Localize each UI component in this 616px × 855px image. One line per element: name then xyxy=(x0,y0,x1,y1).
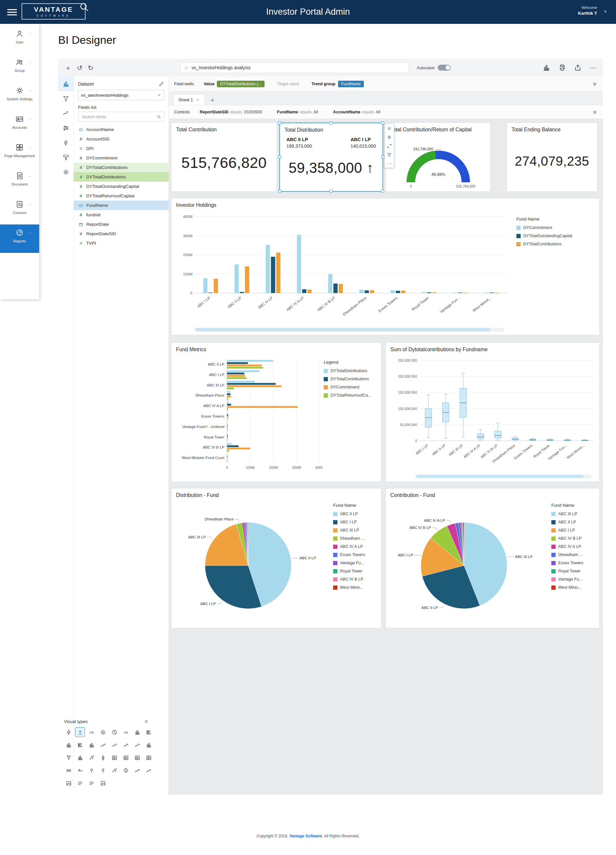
sheet-menu-icon[interactable] xyxy=(196,98,200,102)
legend-item-abc-iv-a-lp[interactable]: ABC IV A LP xyxy=(333,544,377,549)
rail-parameters-icon[interactable] xyxy=(58,121,74,135)
add-icon[interactable]: ＋ xyxy=(65,64,72,71)
control-accountname[interactable]: AccountNameequalsAll xyxy=(333,110,380,114)
legend-item-royal-tower[interactable]: Royal Tower xyxy=(551,569,595,573)
control-fundname[interactable]: FundNameequalsAll xyxy=(277,110,318,114)
visual-type-stacked-area[interactable] xyxy=(132,740,142,750)
visual-type-funnel[interactable] xyxy=(64,753,74,763)
legend-item-dytotaldistributions[interactable]: DYTotalDistributions xyxy=(324,369,376,373)
legend-item-abc-i-lp[interactable]: ABC I LP xyxy=(333,520,377,524)
sidebar-item-group[interactable]: Group xyxy=(0,54,39,82)
legend-item-dytotalreturnsofca-[interactable]: DYTotalReturnsofCa... xyxy=(324,393,376,398)
user-menu-caret-icon[interactable]: ∨ xyxy=(604,9,607,14)
visual-distribution-pie[interactable]: Distribution - Fund ABC II LPABC I LPABC… xyxy=(171,488,382,628)
field-reportdatesid[interactable]: #ReportDateSID xyxy=(74,229,169,239)
legend-item-abc-iv-a-lp[interactable]: ABC IV A LP xyxy=(551,544,595,549)
field-dytotaldistributions[interactable]: #DYTotalDistributions xyxy=(74,172,169,182)
visual-type-area-line[interactable] xyxy=(121,740,131,750)
rail-filter-icon[interactable] xyxy=(58,91,74,106)
horizontal-scrollbar[interactable] xyxy=(415,474,591,478)
visual-types-collapse-icon[interactable] xyxy=(144,719,149,724)
horizontal-scrollbar[interactable] xyxy=(194,328,505,332)
field-dytotaloutstandingcapital[interactable]: #DYTotalOutstandingCapital xyxy=(74,182,169,191)
visual-type-tree-map[interactable] xyxy=(121,753,131,763)
resize-handle[interactable] xyxy=(381,156,384,158)
visual-type-vertical-bar[interactable] xyxy=(132,727,142,737)
resize-handle[interactable] xyxy=(278,121,281,124)
visualize-mode-icon[interactable] xyxy=(542,64,550,72)
resize-handle[interactable] xyxy=(381,121,384,124)
visual-type-box-plot[interactable] xyxy=(98,753,108,763)
resize-handle[interactable] xyxy=(329,190,333,193)
legend-item-dytotalcontributions[interactable]: DYTotalContributions xyxy=(516,242,591,246)
visual-type-auto-graph[interactable] xyxy=(64,727,74,737)
visual-total-contribution[interactable]: Total Contribution 515,766,820 xyxy=(171,123,277,192)
visual-type-clustered-bar[interactable] xyxy=(87,740,97,750)
resize-handle[interactable] xyxy=(278,156,281,158)
visual-type-geospatial-map[interactable] xyxy=(87,766,97,775)
field-fundname[interactable]: FundName xyxy=(74,201,169,210)
visual-type-forecast[interactable] xyxy=(144,766,153,775)
visual-type-radar-chart[interactable] xyxy=(121,766,131,775)
visual-total-distribution[interactable]: Total Distribution ABC II LP 199,373,000… xyxy=(279,123,383,192)
print-icon[interactable] xyxy=(558,64,566,72)
legend-item-abc-i-lp[interactable]: ABC I LP xyxy=(551,528,595,533)
visual-contribution-pie[interactable]: Contribution - Fund ABC III LPABC II LPA… xyxy=(385,488,600,628)
visual-contributions-boxplot[interactable]: Sum of Dytotalcontributions by Fundname … xyxy=(385,342,600,482)
visual-type-custom-content[interactable] xyxy=(64,778,74,788)
visual-type-kpi[interactable] xyxy=(75,727,85,737)
legend-item-abc-iii-lp[interactable]: ABC III LP xyxy=(551,512,595,516)
field-dpi[interactable]: =DPI xyxy=(74,144,169,153)
scrollbar-thumb[interactable] xyxy=(195,328,490,331)
sidebar-item-accounts[interactable]: Accounts xyxy=(0,111,39,139)
legend-item-dytotalcontributions[interactable]: DYTotalContributions xyxy=(324,377,376,381)
search-input[interactable] xyxy=(81,114,156,120)
add-sheet-button[interactable]: ＋ xyxy=(209,97,216,103)
legend-item-vantage-fu-[interactable]: Vantage Fu... xyxy=(551,577,595,582)
rail-actions-icon[interactable] xyxy=(58,135,74,150)
legend-item-abc-iii-lp[interactable]: ABC III LP xyxy=(333,528,377,533)
legend-item-essex-towers[interactable]: Essex Towers xyxy=(333,552,377,557)
value-field-pill[interactable]: DYTotalDistributions (... xyxy=(217,81,264,87)
visual-total-ending-balance[interactable]: Total Ending Balance 274,079,235 xyxy=(507,123,598,192)
rail-themes-icon[interactable] xyxy=(58,150,74,165)
visual-type-histogram[interactable] xyxy=(75,753,85,763)
visual-type-half-pie[interactable] xyxy=(121,727,131,737)
legend-item-vantage-fu-[interactable]: Vantage Fu... xyxy=(333,561,377,565)
rail-insights-icon[interactable] xyxy=(58,106,74,121)
sidebar-item-document[interactable]: Document xyxy=(0,168,39,196)
controls-collapse-icon[interactable] xyxy=(592,109,598,115)
visual-type-heat-map[interactable] xyxy=(109,753,119,763)
visual-collapse-icon[interactable] xyxy=(387,126,392,131)
field-tvpi[interactable]: =TVPI xyxy=(74,239,169,248)
visual-expand-icon[interactable] xyxy=(387,143,392,149)
field-fundsid[interactable]: #fundsid xyxy=(74,210,169,219)
legend-item-abc-ii-lp[interactable]: ABC II LP xyxy=(333,512,377,516)
legend-item-dheedham-[interactable]: Dheedham ... xyxy=(333,536,377,541)
star-icon[interactable]: ☆ xyxy=(184,65,188,71)
visual-gauge[interactable]: Total Contribution/Return of Capital 241… xyxy=(385,123,490,192)
legend-item-west-minis-[interactable]: West Minis... xyxy=(551,585,595,590)
legend-item-dycommitment[interactable]: DYCommitment xyxy=(516,225,591,230)
legend-item-abc-iv-b-lp[interactable]: ABC IV B LP xyxy=(333,577,377,582)
visual-type-stacked-vertical-bar[interactable] xyxy=(64,740,74,750)
resize-handle[interactable] xyxy=(278,190,281,193)
redo-icon[interactable]: ↻ xyxy=(88,64,94,71)
field-dytotalreturnsofcapital[interactable]: #DYTotalReturnsofCapital xyxy=(74,191,169,201)
visual-type-sankey[interactable] xyxy=(64,766,74,775)
legend-item-dheedham-[interactable]: Dheedham ... xyxy=(551,552,595,557)
visual-type-table[interactable] xyxy=(144,753,153,763)
scrollbar-thumb[interactable] xyxy=(416,475,584,478)
resize-handle[interactable] xyxy=(329,121,333,124)
control-reportdatesid[interactable]: ReportDateSIDequals20200930 xyxy=(199,110,262,114)
visual-type-scatter-plot[interactable] xyxy=(87,753,97,763)
visual-type-line-chart[interactable] xyxy=(109,740,119,750)
analysis-name-input[interactable]: ☆ vs_InvestorHoldings analysis xyxy=(180,62,409,73)
sidebar-item-consent[interactable]: Consent xyxy=(0,196,39,224)
field-dycommitment[interactable]: #DYCommitment xyxy=(74,153,169,163)
tab-sheet-1[interactable]: Sheet 1 xyxy=(173,94,205,105)
edit-dataset-icon[interactable] xyxy=(158,81,164,87)
sidebar-item-page-management[interactable]: Page Management xyxy=(0,139,39,168)
field-dytotalcontributions[interactable]: #DYTotalContributions xyxy=(74,163,169,172)
field-wells-collapse-icon[interactable] xyxy=(592,81,598,87)
